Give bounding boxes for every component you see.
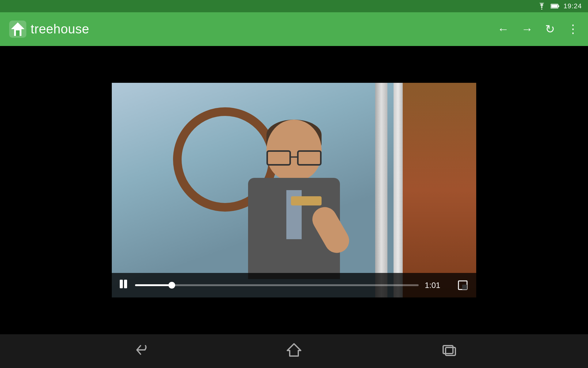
more-button[interactable]: ⋮ — [567, 22, 579, 36]
status-icons: 19:24 — [537, 2, 582, 10]
svg-rect-8 — [124, 280, 127, 288]
pause-button[interactable] — [118, 278, 129, 292]
column-right — [394, 83, 403, 297]
person-head — [266, 120, 322, 181]
progress-bar[interactable] — [135, 284, 419, 286]
refresh-button[interactable]: ↻ — [545, 22, 555, 36]
right-shelf — [403, 83, 476, 297]
svg-rect-13 — [446, 347, 455, 355]
nav-recents-button[interactable] — [441, 343, 457, 359]
main-content: 1:01 — [0, 46, 588, 334]
video-controls: 1:01 — [112, 273, 476, 297]
time-display: 1:01 — [425, 281, 449, 290]
nav-back-icon — [131, 343, 147, 357]
column-left — [375, 83, 387, 297]
back-button[interactable]: ← — [497, 23, 509, 36]
status-bar: 19:24 — [0, 0, 588, 12]
svg-marker-11 — [287, 344, 301, 356]
video-frame — [112, 83, 476, 297]
progress-fill — [135, 284, 172, 286]
app-bar-actions: ← → ↻ ⋮ — [497, 22, 579, 36]
nav-bar — [0, 334, 588, 368]
svg-rect-6 — [16, 30, 20, 36]
person-glasses — [263, 150, 325, 166]
svg-point-0 — [541, 9, 542, 10]
app-title: treehouse — [31, 22, 89, 36]
wifi-icon — [537, 3, 546, 10]
person-sandwich — [291, 196, 322, 205]
svg-rect-2 — [551, 5, 558, 7]
battery-icon — [551, 3, 559, 9]
status-time: 19:24 — [564, 2, 582, 10]
pause-icon — [118, 278, 129, 289]
fullscreen-button[interactable] — [455, 278, 470, 293]
glasses-bridge — [291, 156, 297, 158]
svg-rect-12 — [443, 346, 453, 354]
glasses-left — [266, 150, 291, 166]
app-bar: treehouse ← → ↻ ⋮ — [0, 12, 588, 46]
progress-thumb — [168, 282, 175, 289]
nav-home-icon — [286, 342, 302, 358]
fullscreen-icon — [458, 280, 468, 290]
treehouse-logo-icon — [9, 21, 26, 38]
svg-rect-7 — [120, 280, 123, 288]
app-logo: treehouse — [9, 21, 89, 38]
video-person — [227, 120, 361, 279]
forward-button[interactable]: → — [521, 23, 533, 36]
nav-home-button[interactable] — [286, 342, 302, 361]
glasses-right — [297, 150, 322, 166]
nav-recents-icon — [441, 343, 457, 357]
video-container: 1:01 — [112, 83, 476, 297]
nav-back-button[interactable] — [131, 343, 147, 359]
svg-rect-10 — [462, 285, 467, 289]
svg-rect-3 — [558, 5, 559, 7]
